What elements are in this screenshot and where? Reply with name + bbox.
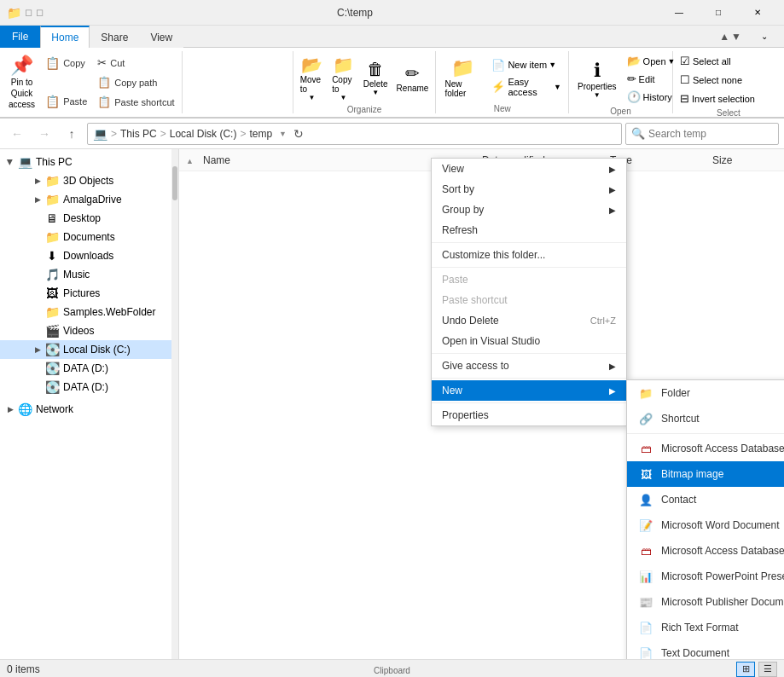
sidebar-label-3d-objects: 3D Objects bbox=[63, 175, 113, 187]
back-button[interactable]: ← bbox=[5, 122, 29, 146]
ctx-sort-by[interactable]: Sort by ▶ bbox=[432, 179, 626, 200]
ctx-view[interactable]: View ▶ bbox=[432, 159, 626, 179]
easy-access-button[interactable]: ⚡ Easy access ▼ bbox=[488, 75, 565, 99]
sidebar-item-3d-objects[interactable]: ▶ 📁 3D Objects bbox=[0, 171, 178, 190]
pin-quick-access-button[interactable]: 📌 Pin to Quick access bbox=[3, 51, 40, 113]
sub-ppt[interactable]: 📊 Microsoft PowerPoint Presentation bbox=[627, 564, 784, 589]
title-bar: 📁 ◻ ◻ C:\temp — □ ✕ bbox=[0, 0, 784, 26]
search-icon: 🔍 bbox=[631, 127, 645, 140]
content-area: ▲ Name Date modified Type Size This fold… bbox=[179, 149, 784, 659]
sidebar-item-downloads[interactable]: ▶ ⬇ Downloads bbox=[0, 246, 178, 265]
sub-text-doc[interactable]: 📄 Text Document bbox=[627, 640, 784, 659]
maximize-button[interactable]: □ bbox=[699, 0, 738, 26]
sidebar-item-local-disk-c[interactable]: ▶ 💽 Local Disk (C:) bbox=[0, 340, 178, 359]
ctx-group-by[interactable]: Group by ▶ bbox=[432, 200, 626, 220]
sidebar-item-this-pc[interactable]: ▶ 💻 This PC bbox=[0, 153, 178, 171]
sub-access-db-1[interactable]: 🗃 Microsoft Access Database bbox=[627, 436, 784, 461]
ctx-sep-2 bbox=[432, 267, 626, 268]
crumb-temp[interactable]: temp bbox=[249, 128, 272, 140]
sidebar-item-music[interactable]: ▶ 🎵 Music bbox=[0, 265, 178, 284]
ctx-properties[interactable]: Properties bbox=[432, 405, 626, 425]
sub-bitmap[interactable]: 🖼 Bitmap image ▌ bbox=[627, 461, 784, 487]
sidebar-item-data-d-1[interactable]: ▶ 💽 DATA (D:) bbox=[0, 359, 178, 378]
history-button[interactable]: 🕐 History bbox=[624, 89, 679, 105]
delete-button[interactable]: 🗑 Delete ▼ bbox=[360, 58, 392, 98]
address-bar[interactable]: 💻 > This PC > Local Disk (C:) > temp ▼ ↻ bbox=[87, 123, 622, 145]
sub-publisher[interactable]: 📰 Microsoft Publisher Document bbox=[627, 589, 784, 615]
sidebar-item-network[interactable]: ▶ 🌐 Network bbox=[0, 400, 178, 419]
sidebar-item-amalgadrive[interactable]: ▶ 📁 AmalgaDrive bbox=[0, 190, 178, 209]
ctx-sep-4 bbox=[432, 378, 626, 379]
copy-path-button[interactable]: 📋 Copy path bbox=[94, 74, 177, 90]
ctx-paste-shortcut[interactable]: Paste shortcut bbox=[432, 290, 626, 310]
sidebar-label-data-d-1: DATA (D:) bbox=[63, 362, 108, 374]
properties-button[interactable]: ℹ Properties ▼ bbox=[572, 56, 622, 102]
ribbon-nav-up[interactable]: ▲ bbox=[719, 31, 729, 43]
up-button[interactable]: ↑ bbox=[60, 122, 84, 146]
paste-button[interactable]: 📋 Paste bbox=[42, 93, 90, 110]
context-menu: View ▶ Sort by ▶ Group by ▶ Refresh Cust… bbox=[431, 158, 627, 426]
cut-button[interactable]: ✂ Cut bbox=[94, 55, 177, 71]
title-bar-folder-icon: 📁 bbox=[7, 6, 21, 20]
ppt-icon: 📊 bbox=[637, 568, 654, 585]
sub-contact[interactable]: 👤 Contact bbox=[627, 487, 784, 512]
ctx-new[interactable]: New ▶ 📁 Folder 🔗 Shortcut 🗃 Micro bbox=[432, 380, 626, 401]
select-none-button[interactable]: ☐ Select none bbox=[677, 72, 781, 88]
tab-file[interactable]: File bbox=[0, 26, 40, 48]
search-input[interactable] bbox=[648, 128, 776, 140]
minimize-button[interactable]: — bbox=[659, 0, 699, 26]
breadcrumb-icon: 💻 bbox=[93, 127, 107, 141]
tab-share[interactable]: Share bbox=[90, 26, 139, 48]
ctx-refresh[interactable]: Refresh bbox=[432, 220, 626, 240]
new-folder-button[interactable]: 📁 New folder bbox=[439, 54, 486, 101]
ctx-open-vs[interactable]: Open in Visual Studio bbox=[432, 331, 626, 351]
ribbon-nav-down[interactable]: ▼ bbox=[731, 31, 741, 43]
sub-word-doc[interactable]: 📝 Microsoft Word Document bbox=[627, 512, 784, 538]
sidebar-label-amalgadrive: AmalgaDrive bbox=[63, 194, 122, 205]
rename-button[interactable]: ✏ Rename bbox=[393, 61, 433, 95]
ctx-undo-delete[interactable]: Undo Delete Ctrl+Z bbox=[432, 310, 626, 331]
select-all-button[interactable]: ☑ Select all bbox=[677, 53, 781, 69]
invert-selection-button[interactable]: ⊟ Invert selection bbox=[677, 90, 781, 107]
bitmap-icon: 🖼 bbox=[637, 466, 654, 483]
new-item-button[interactable]: 📄 New item ▼ bbox=[488, 57, 565, 73]
address-dropdown-btn[interactable]: ▼ bbox=[279, 130, 287, 138]
move-to-button[interactable]: 📂 Move to ▼ bbox=[297, 53, 327, 103]
close-button[interactable]: ✕ bbox=[738, 0, 777, 26]
sidebar-scroll-thumb bbox=[172, 166, 177, 200]
forward-button[interactable]: → bbox=[32, 122, 56, 146]
sidebar-label-local-disk-c: Local Disk (C:) bbox=[63, 344, 131, 356]
sidebar-label-downloads: Downloads bbox=[63, 250, 113, 262]
crumb-local-disk[interactable]: Local Disk (C:) bbox=[170, 128, 237, 140]
local-disk-c-icon: 💽 bbox=[44, 342, 60, 357]
sub-folder[interactable]: 📁 Folder bbox=[627, 380, 784, 406]
open-button[interactable]: 📂 Open ▼ bbox=[624, 53, 679, 69]
sub-shortcut[interactable]: 🔗 Shortcut bbox=[627, 406, 784, 431]
ctx-paste[interactable]: Paste bbox=[432, 269, 626, 290]
ribbon-expand-btn[interactable]: ⌄ bbox=[745, 26, 784, 48]
open-label: Open bbox=[572, 107, 669, 116]
sidebar-item-desktop[interactable]: ▶ 🖥 Desktop bbox=[0, 209, 178, 228]
sidebar-item-data-d-2[interactable]: ▶ 💽 DATA (D:) bbox=[0, 378, 178, 396]
sidebar-item-samples[interactable]: ▶ 📁 Samples.WebFolder bbox=[0, 303, 178, 321]
crumb-this-pc[interactable]: This PC bbox=[120, 128, 157, 140]
videos-icon: 🎬 bbox=[44, 323, 60, 338]
copy-to-button[interactable]: 📁 Copy to ▼ bbox=[328, 53, 358, 103]
ctx-customize[interactable]: Customize this folder... bbox=[432, 245, 626, 265]
ribbon-content: 📌 Pin to Quick access 📋 Copy 📋 Paste ✂ C… bbox=[0, 48, 784, 118]
sidebar-scrollbar[interactable] bbox=[171, 149, 178, 659]
paste-shortcut-button[interactable]: 📋 Paste shortcut bbox=[94, 94, 177, 110]
sub-access-db-2[interactable]: 🗃 Microsoft Access Database bbox=[627, 538, 784, 564]
sidebar-item-documents[interactable]: ▶ 📁 Documents bbox=[0, 228, 178, 246]
tab-view[interactable]: View bbox=[139, 26, 183, 48]
sidebar-item-videos[interactable]: ▶ 🎬 Videos bbox=[0, 321, 178, 340]
address-refresh-btn[interactable]: ↻ bbox=[293, 127, 304, 141]
ctx-give-access[interactable]: Give access to ▶ bbox=[432, 356, 626, 376]
col-header-size[interactable]: Size bbox=[709, 154, 777, 166]
sidebar-label-this-pc: This PC bbox=[36, 156, 73, 168]
tab-home[interactable]: Home bbox=[40, 26, 90, 48]
copy-button[interactable]: 📋 Copy bbox=[42, 55, 90, 72]
sidebar-item-pictures[interactable]: ▶ 🖼 Pictures bbox=[0, 284, 178, 303]
edit-button[interactable]: ✏ Edit bbox=[624, 71, 679, 87]
sub-rtf[interactable]: 📄 Rich Text Format bbox=[627, 615, 784, 640]
